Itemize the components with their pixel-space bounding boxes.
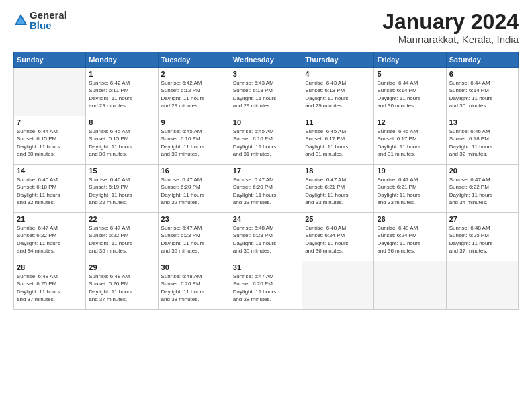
day-number: 28 bbox=[17, 263, 83, 271]
day-cell: 12Sunrise: 6:46 AM Sunset: 6:17 PM Dayli… bbox=[374, 116, 446, 165]
day-info: Sunrise: 6:43 AM Sunset: 6:13 PM Dayligh… bbox=[233, 79, 299, 109]
day-info: Sunrise: 6:48 AM Sunset: 6:25 PM Dayligh… bbox=[17, 273, 83, 303]
day-number: 25 bbox=[305, 215, 371, 223]
day-info: Sunrise: 6:45 AM Sunset: 6:15 PM Dayligh… bbox=[89, 128, 154, 158]
day-cell: 21Sunrise: 6:47 AM Sunset: 6:22 PM Dayli… bbox=[14, 213, 86, 261]
day-info: Sunrise: 6:43 AM Sunset: 6:13 PM Dayligh… bbox=[305, 79, 371, 109]
day-cell: 4Sunrise: 6:43 AM Sunset: 6:13 PM Daylig… bbox=[302, 68, 374, 116]
day-info: Sunrise: 6:47 AM Sunset: 6:21 PM Dayligh… bbox=[305, 176, 371, 206]
day-cell: 27Sunrise: 6:48 AM Sunset: 6:25 PM Dayli… bbox=[446, 213, 518, 261]
day-info: Sunrise: 6:42 AM Sunset: 6:12 PM Dayligh… bbox=[161, 79, 227, 109]
day-info: Sunrise: 6:46 AM Sunset: 6:19 PM Dayligh… bbox=[89, 176, 154, 206]
day-cell: 29Sunrise: 6:48 AM Sunset: 6:26 PM Dayli… bbox=[86, 261, 158, 310]
day-number: 16 bbox=[161, 167, 227, 175]
day-cell: 18Sunrise: 6:47 AM Sunset: 6:21 PM Dayli… bbox=[302, 165, 374, 213]
day-cell: 16Sunrise: 6:47 AM Sunset: 6:20 PM Dayli… bbox=[158, 165, 230, 213]
day-cell bbox=[374, 261, 446, 310]
col-thursday: Thursday bbox=[302, 52, 374, 68]
day-number: 21 bbox=[17, 215, 83, 223]
day-number: 30 bbox=[161, 263, 227, 271]
day-number: 8 bbox=[89, 118, 154, 126]
day-info: Sunrise: 6:45 AM Sunset: 6:17 PM Dayligh… bbox=[305, 128, 371, 158]
day-info: Sunrise: 6:44 AM Sunset: 6:14 PM Dayligh… bbox=[377, 79, 443, 109]
col-saturday: Saturday bbox=[446, 52, 518, 68]
logo-general: General bbox=[30, 10, 67, 20]
day-number: 9 bbox=[161, 118, 227, 126]
day-number: 10 bbox=[233, 118, 299, 126]
day-info: Sunrise: 6:48 AM Sunset: 6:26 PM Dayligh… bbox=[161, 273, 227, 303]
day-number: 3 bbox=[233, 70, 299, 78]
day-number: 12 bbox=[377, 118, 443, 126]
day-number: 15 bbox=[89, 167, 154, 175]
day-cell: 14Sunrise: 6:46 AM Sunset: 6:18 PM Dayli… bbox=[14, 165, 86, 213]
week-row-1: 7Sunrise: 6:44 AM Sunset: 6:15 PM Daylig… bbox=[14, 116, 519, 165]
day-cell: 11Sunrise: 6:45 AM Sunset: 6:17 PM Dayli… bbox=[302, 116, 374, 165]
day-number: 5 bbox=[377, 70, 443, 78]
day-cell: 26Sunrise: 6:48 AM Sunset: 6:24 PM Dayli… bbox=[374, 213, 446, 261]
day-cell: 5Sunrise: 6:44 AM Sunset: 6:14 PM Daylig… bbox=[374, 68, 446, 116]
day-number: 19 bbox=[377, 167, 443, 175]
day-cell: 25Sunrise: 6:48 AM Sunset: 6:24 PM Dayli… bbox=[302, 213, 374, 261]
page: General Blue January 2024 Mannarakkat, K… bbox=[0, 0, 532, 411]
day-number: 18 bbox=[305, 167, 371, 175]
day-info: Sunrise: 6:47 AM Sunset: 6:22 PM Dayligh… bbox=[17, 224, 83, 255]
day-cell: 1Sunrise: 6:42 AM Sunset: 6:11 PM Daylig… bbox=[86, 68, 158, 116]
day-number: 2 bbox=[161, 70, 227, 78]
day-cell bbox=[302, 261, 374, 310]
day-cell: 24Sunrise: 6:48 AM Sunset: 6:23 PM Dayli… bbox=[230, 213, 302, 261]
day-cell: 13Sunrise: 6:46 AM Sunset: 6:18 PM Dayli… bbox=[446, 116, 518, 165]
day-number: 11 bbox=[305, 118, 371, 126]
day-number: 17 bbox=[233, 167, 299, 175]
day-cell: 6Sunrise: 6:44 AM Sunset: 6:14 PM Daylig… bbox=[446, 68, 518, 116]
day-cell: 2Sunrise: 6:42 AM Sunset: 6:12 PM Daylig… bbox=[158, 68, 230, 116]
day-info: Sunrise: 6:47 AM Sunset: 6:20 PM Dayligh… bbox=[161, 176, 227, 206]
day-cell bbox=[446, 261, 518, 310]
logo-icon bbox=[13, 13, 28, 28]
day-info: Sunrise: 6:46 AM Sunset: 6:17 PM Dayligh… bbox=[377, 128, 443, 158]
week-row-2: 14Sunrise: 6:46 AM Sunset: 6:18 PM Dayli… bbox=[14, 165, 519, 213]
day-cell: 19Sunrise: 6:47 AM Sunset: 6:21 PM Dayli… bbox=[374, 165, 446, 213]
day-info: Sunrise: 6:44 AM Sunset: 6:14 PM Dayligh… bbox=[449, 79, 515, 109]
day-number: 4 bbox=[305, 70, 371, 78]
day-info: Sunrise: 6:46 AM Sunset: 6:18 PM Dayligh… bbox=[449, 128, 515, 158]
day-number: 23 bbox=[161, 215, 227, 223]
day-cell: 8Sunrise: 6:45 AM Sunset: 6:15 PM Daylig… bbox=[86, 116, 158, 165]
col-tuesday: Tuesday bbox=[158, 52, 230, 68]
week-row-4: 28Sunrise: 6:48 AM Sunset: 6:25 PM Dayli… bbox=[14, 261, 519, 310]
day-cell: 30Sunrise: 6:48 AM Sunset: 6:26 PM Dayli… bbox=[158, 261, 230, 310]
day-number: 1 bbox=[89, 70, 154, 78]
logo-blue: Blue bbox=[30, 20, 67, 30]
day-info: Sunrise: 6:48 AM Sunset: 6:26 PM Dayligh… bbox=[89, 273, 154, 303]
month-title: January 2024 bbox=[382, 10, 519, 34]
day-number: 14 bbox=[17, 167, 83, 175]
day-number: 20 bbox=[449, 167, 515, 175]
day-info: Sunrise: 6:48 AM Sunset: 6:23 PM Dayligh… bbox=[233, 224, 299, 255]
day-cell: 28Sunrise: 6:48 AM Sunset: 6:25 PM Dayli… bbox=[14, 261, 86, 310]
day-cell: 9Sunrise: 6:45 AM Sunset: 6:16 PM Daylig… bbox=[158, 116, 230, 165]
logo-text: General Blue bbox=[30, 10, 67, 30]
day-cell: 31Sunrise: 6:47 AM Sunset: 6:26 PM Dayli… bbox=[230, 261, 302, 310]
day-info: Sunrise: 6:48 AM Sunset: 6:24 PM Dayligh… bbox=[305, 224, 371, 255]
header: General Blue January 2024 Mannarakkat, K… bbox=[13, 10, 519, 45]
day-cell: 15Sunrise: 6:46 AM Sunset: 6:19 PM Dayli… bbox=[86, 165, 158, 213]
day-cell: 10Sunrise: 6:45 AM Sunset: 6:16 PM Dayli… bbox=[230, 116, 302, 165]
logo: General Blue bbox=[13, 10, 67, 30]
day-number: 29 bbox=[89, 263, 154, 271]
day-cell bbox=[14, 68, 86, 116]
day-number: 27 bbox=[449, 215, 515, 223]
day-info: Sunrise: 6:44 AM Sunset: 6:15 PM Dayligh… bbox=[17, 128, 83, 158]
day-number: 31 bbox=[233, 263, 299, 271]
day-cell: 7Sunrise: 6:44 AM Sunset: 6:15 PM Daylig… bbox=[14, 116, 86, 165]
day-info: Sunrise: 6:48 AM Sunset: 6:25 PM Dayligh… bbox=[449, 224, 515, 255]
col-sunday: Sunday bbox=[14, 52, 86, 68]
location-subtitle: Mannarakkat, Kerala, India bbox=[382, 34, 519, 45]
day-info: Sunrise: 6:47 AM Sunset: 6:26 PM Dayligh… bbox=[233, 273, 299, 303]
day-info: Sunrise: 6:47 AM Sunset: 6:23 PM Dayligh… bbox=[161, 224, 227, 255]
week-row-3: 21Sunrise: 6:47 AM Sunset: 6:22 PM Dayli… bbox=[14, 213, 519, 261]
day-cell: 20Sunrise: 6:47 AM Sunset: 6:22 PM Dayli… bbox=[446, 165, 518, 213]
col-wednesday: Wednesday bbox=[230, 52, 302, 68]
day-info: Sunrise: 6:45 AM Sunset: 6:16 PM Dayligh… bbox=[233, 128, 299, 158]
day-info: Sunrise: 6:47 AM Sunset: 6:22 PM Dayligh… bbox=[89, 224, 154, 255]
calendar-table: Sunday Monday Tuesday Wednesday Thursday… bbox=[13, 52, 519, 310]
day-info: Sunrise: 6:42 AM Sunset: 6:11 PM Dayligh… bbox=[89, 79, 154, 109]
